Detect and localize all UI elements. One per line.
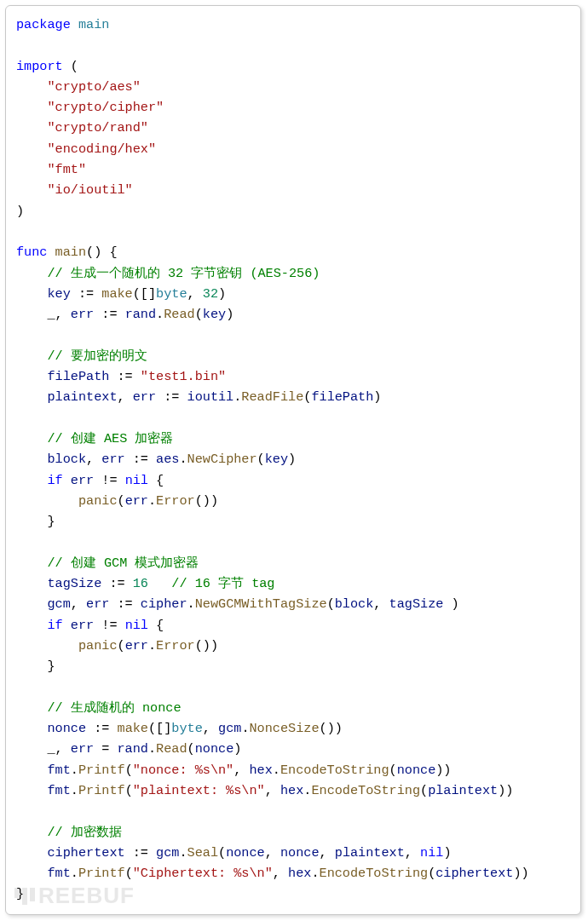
code-block: package main import ( "crypto/aes" "cryp… bbox=[16, 14, 570, 905]
code-panel: REEBUF package main import ( "crypto/aes… bbox=[5, 5, 581, 915]
